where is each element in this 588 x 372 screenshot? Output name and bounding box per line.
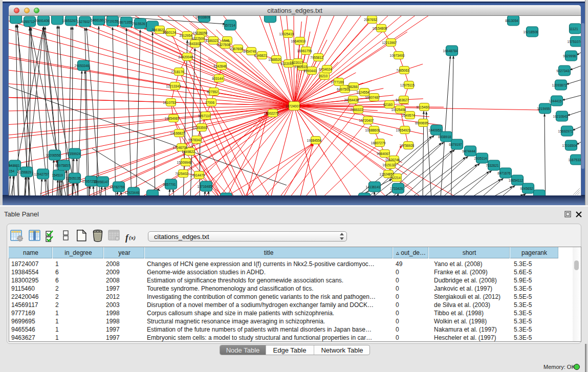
- svg-text:(x): (x): [129, 234, 136, 241]
